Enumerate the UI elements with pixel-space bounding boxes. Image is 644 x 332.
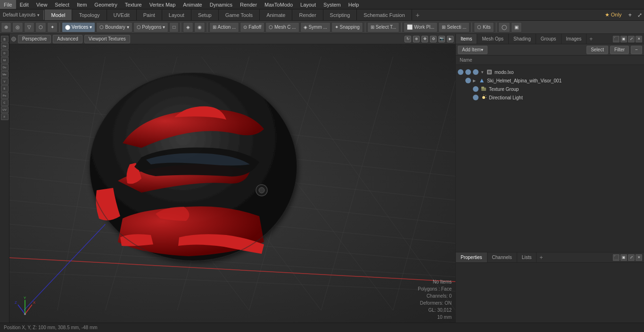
tab-render[interactable]: Render: [292, 9, 323, 20]
selection-btn[interactable]: ⊞ Selecti ...: [438, 22, 470, 32]
left-btn-9[interactable]: Po: [1, 92, 8, 99]
left-btn-7[interactable]: V: [1, 78, 8, 85]
rp-ctrl-2[interactable]: ▣: [620, 36, 627, 42]
menu-maxtomode[interactable]: MaxToModo: [261, 0, 297, 9]
render-btn1[interactable]: ◈: [183, 22, 193, 32]
tab-uvedit[interactable]: UVEdit: [107, 9, 137, 20]
layouts-dropdown-icon[interactable]: ▾: [37, 13, 40, 17]
rp-tab-items[interactable]: Items: [456, 34, 477, 44]
left-btn-6[interactable]: Me: [1, 71, 8, 78]
menu-view[interactable]: View: [33, 0, 51, 9]
square-btn[interactable]: ▣: [511, 22, 522, 32]
bt-ctrl-3[interactable]: ✕: [636, 254, 642, 261]
viewport-tab-textures[interactable]: Viewport Textures: [84, 35, 130, 43]
menu-system[interactable]: System: [320, 0, 345, 9]
tab-topology[interactable]: Topology: [72, 9, 107, 20]
item-row-ski-helmet[interactable]: ▶ Ski_Helmet_Alpina_with_Visor_001: [456, 76, 644, 85]
kits-btn[interactable]: ⬡ Kits: [474, 22, 494, 32]
tab-layout[interactable]: Layout: [162, 9, 191, 20]
boundary-btn[interactable]: ⬡ Boundary ▾: [96, 22, 132, 32]
workplane-btn[interactable]: ⬜ Work Pl...: [404, 22, 438, 32]
left-btn-1[interactable]: B: [1, 36, 8, 42]
viewport-tab-advanced[interactable]: Advanced: [53, 35, 82, 43]
bt-ctrl-maximize[interactable]: ⤢: [628, 254, 635, 261]
viewport-ctrl-arrow[interactable]: ▶: [447, 36, 454, 42]
bt-tab-properties[interactable]: Properties: [456, 252, 487, 262]
viewport-tab-perspective[interactable]: Perspective: [18, 35, 51, 43]
tab-animate[interactable]: Animate: [260, 9, 292, 20]
item-row-dir-light[interactable]: Directional Light: [456, 93, 644, 102]
item-eye3-modo-lxo[interactable]: [473, 69, 479, 75]
bt-ctrl-2[interactable]: ▣: [620, 254, 627, 261]
menu-animate[interactable]: Animate: [179, 0, 206, 9]
shape-tool-btn[interactable]: ⬡: [35, 22, 46, 32]
grid-tool-btn[interactable]: ◎: [12, 22, 23, 32]
menu-geometry[interactable]: Geometry: [91, 0, 121, 9]
origin-tool-btn[interactable]: ⊕: [1, 22, 11, 32]
viewport-ctrl-zoom[interactable]: ⊕: [413, 36, 420, 42]
item-eye2-modo-lxo[interactable]: [465, 69, 471, 75]
item-row-texture-group[interactable]: Texture Group: [456, 85, 644, 93]
filter-btn[interactable]: Filter: [610, 46, 629, 54]
rp-tab-images[interactable]: Images: [561, 34, 587, 44]
tab-add-icon[interactable]: +: [412, 11, 423, 19]
rp-ctrl-3[interactable]: ✕: [636, 36, 642, 42]
menu-layout[interactable]: Layout: [297, 0, 320, 9]
item-eye-dir-light[interactable]: [473, 95, 479, 100]
left-btn-10[interactable]: C: [1, 99, 8, 106]
menu-render[interactable]: Render: [236, 0, 261, 9]
tab-schematic-fusion[interactable]: Schematic Fusion: [357, 9, 412, 20]
items-list[interactable]: ▼ modo.lxo ▶: [456, 65, 644, 252]
tab-game-tools[interactable]: Game Tools: [219, 9, 260, 20]
select-tool-btn[interactable]: ⊞ Select T...: [367, 22, 400, 32]
items-minus-btn[interactable]: −: [631, 46, 642, 54]
circle-btn[interactable]: ◯: [498, 22, 510, 32]
left-btn-12[interactable]: F: [1, 113, 8, 120]
select-mode-btn[interactable]: ✦: [47, 22, 58, 32]
tab-paint[interactable]: Paint: [137, 9, 162, 20]
item-eye-modo-lxo[interactable]: [458, 69, 463, 75]
bt-tab-channels[interactable]: Channels: [487, 252, 517, 262]
viewport-ctrl-gear[interactable]: ⚙: [430, 36, 437, 42]
tab-setup[interactable]: Setup: [191, 9, 219, 20]
snapping-btn[interactable]: ✦ Snapping: [331, 22, 363, 32]
menu-select[interactable]: Select: [51, 0, 73, 9]
left-btn-4[interactable]: M: [1, 57, 8, 64]
menu-item[interactable]: Item: [73, 0, 91, 9]
left-btn-2[interactable]: De: [1, 43, 8, 49]
viewport-ctrl-camera[interactable]: 📷: [438, 36, 445, 42]
viewport-circle[interactable]: [11, 37, 16, 41]
menu-texture[interactable]: Texture: [121, 0, 146, 9]
left-btn-8[interactable]: E: [1, 85, 8, 92]
snap-dropdown-btn[interactable]: ▽: [24, 22, 34, 32]
tab-scripting[interactable]: Scripting: [323, 9, 357, 20]
rp-ctrl-1[interactable]: ⬛: [613, 36, 619, 42]
tab-maximize[interactable]: ⤢: [636, 12, 644, 18]
rp-tab-shading[interactable]: Shading: [509, 34, 536, 44]
tab-model[interactable]: Model: [45, 9, 73, 20]
viewport-ctrl-pan[interactable]: ✥: [421, 36, 428, 42]
rp-tab-mesh-ops[interactable]: Mesh Ops: [477, 34, 509, 44]
item-row-modo-lxo[interactable]: ▼ modo.lxo: [456, 68, 644, 76]
symmetry-btn[interactable]: ◈ Symm ...: [300, 22, 330, 32]
left-btn-5[interactable]: Du: [1, 64, 8, 71]
bt-ctrl-1[interactable]: ⬛: [613, 254, 619, 261]
viewport-ctrl-rotate[interactable]: ↻: [405, 36, 411, 42]
bt-tab-add[interactable]: +: [537, 254, 545, 261]
falloff-btn[interactable]: ⊙ Falloff: [240, 22, 264, 32]
action-btn[interactable]: ⊞ Action ...: [209, 22, 239, 32]
left-btn-3[interactable]: D: [1, 50, 8, 57]
polygons-btn[interactable]: ⬡ Polygons ▾: [133, 22, 169, 32]
vertices-btn[interactable]: ⬤ Vertices ▾: [62, 22, 95, 32]
item-eye-texture-group[interactable]: [473, 86, 479, 92]
menu-file[interactable]: File: [0, 0, 16, 9]
menu-dynamics[interactable]: Dynamics: [206, 0, 236, 9]
menu-vertex-map[interactable]: Vertex Map: [146, 0, 180, 9]
item-eye-ski-helmet[interactable]: [465, 78, 471, 83]
tab-star-only[interactable]: ★ Only: [601, 12, 626, 18]
render-btn2[interactable]: ◉: [194, 22, 205, 32]
viewport-canvas[interactable]: No Items Polygons : Face Channels: 0 Def…: [9, 44, 455, 323]
left-btn-11[interactable]: UV: [1, 106, 8, 113]
add-item-btn[interactable]: Add Item ▾: [458, 46, 487, 54]
menu-edit[interactable]: Edit: [16, 0, 33, 9]
